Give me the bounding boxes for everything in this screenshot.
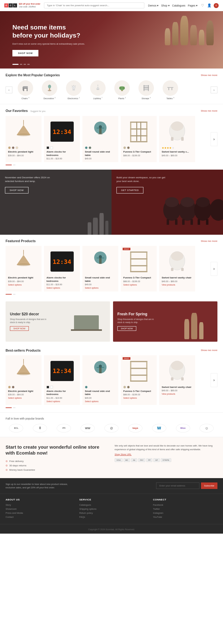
footer-link-press[interactable]: Press and Media <box>6 512 70 514</box>
hero-cta-button[interactable]: SHOP NOW <box>12 50 38 56</box>
mini-promo-dark-cta[interactable]: SHOP NOW <box>117 326 136 331</box>
bs-chair-action[interactable]: View products <box>162 393 193 395</box>
bs-clock-action[interactable]: Select options <box>46 400 77 402</box>
svg-rect-1 <box>23 86 28 88</box>
user-icon[interactable]: 👤 <box>207 3 212 8</box>
nav-shop[interactable]: Shop ▾ <box>161 4 169 7</box>
promo-wine-cta[interactable]: GET STARTED <box>116 187 143 193</box>
category-item-lighting[interactable]: Lighting 7 <box>87 80 109 100</box>
logo[interactable]: E C L <box>4 3 17 7</box>
featured-clock-action[interactable]: Select options <box>46 287 77 289</box>
brand-logo-woo[interactable]: Woo <box>176 424 190 433</box>
search-input[interactable] <box>44 2 144 8</box>
footer-link-facebook[interactable]: Facebook <box>153 504 217 506</box>
bs-scroll-arrow[interactable]: › <box>211 373 217 387</box>
bs-sidetable-action[interactable]: Select options <box>85 400 116 402</box>
bestsellers-show-more[interactable]: Show me more <box>201 349 217 352</box>
nav-pages[interactable]: Pages ▾ <box>188 4 198 7</box>
svg-rect-26 <box>167 87 173 88</box>
footer-col-about: ABOUT US Story Showroom Press and Media … <box>6 498 70 520</box>
footer-link-instagram[interactable]: Instagram <box>153 512 217 514</box>
brand-logo-1[interactable]: ECL <box>9 424 23 433</box>
featured-chair-action[interactable]: View products <box>162 284 193 286</box>
hero-vases-decoration <box>165 16 214 45</box>
cta-link[interactable]: Shop Store URL <box>115 453 217 456</box>
header-icons: ♡ 👤 0 <box>200 3 219 8</box>
bs-clock: 12:34 Alarm clocks for bedrooms $11.00 –… <box>44 355 80 405</box>
category-item-tables[interactable]: Tables 6 <box>159 80 181 100</box>
footer-link-catalogues[interactable]: Catalogues <box>79 504 144 506</box>
cta-feature-delivery: ⊙ Free delivery <box>6 460 108 463</box>
cta-right-text: We only sell objects that we love and wo… <box>115 444 217 451</box>
svg-rect-14 <box>98 85 98 86</box>
category-item-chairs[interactable]: Chairs 9 <box>14 80 37 100</box>
favorites-show-more[interactable]: Show me more <box>201 109 217 112</box>
mini-promo-light-cta[interactable]: SHOP NOW <box>10 326 29 331</box>
shelf-name: Funnno 3-Tier Compact <box>123 150 154 153</box>
featured-sidetable: Small round side end table $49.00 Select… <box>82 246 118 291</box>
wishlist-icon[interactable]: ♡ <box>200 3 205 8</box>
footer-link-faqs[interactable]: FAQs <box>79 516 144 518</box>
svg-rect-67 <box>99 258 102 264</box>
newsletter-input[interactable] <box>156 482 199 489</box>
footer-link-return[interactable]: Return policy <box>79 512 144 514</box>
featured-sidetable-action[interactable]: Select options <box>85 287 116 289</box>
brand-logo-5[interactable]: ⊘ <box>104 424 119 433</box>
categories-next-arrow[interactable]: › <box>211 87 217 93</box>
footer-col-service: SERVICE Catalogues Shipping options Retu… <box>79 498 144 520</box>
svg-point-31 <box>17 134 30 136</box>
bs-lamp-price: $39.00 – $64.00 <box>8 393 39 396</box>
category-item-decoration[interactable]: Decoration 5 <box>38 80 61 100</box>
svg-point-76 <box>171 251 183 261</box>
bs-shelf-action[interactable]: Select options <box>123 397 154 399</box>
brand-logo-4[interactable]: WW <box>81 424 95 433</box>
svg-point-50 <box>165 197 179 207</box>
featured-shelf-action[interactable]: Select options <box>123 284 154 286</box>
newsletter-subscribe-button[interactable]: Subscribe <box>201 482 217 489</box>
brand-logo-3[interactable]: ITI <box>57 424 71 433</box>
featured-lamp-action[interactable]: Select options <box>8 284 39 286</box>
mini-promo-dark-content: Fresh For Spring Shop thousands of desig… <box>113 308 162 335</box>
svg-rect-47 <box>171 137 173 141</box>
footer-link-youtube[interactable]: YouTube <box>153 516 217 518</box>
storage-icon <box>142 84 151 92</box>
cta-left: Start to create your wonderful online st… <box>6 444 108 471</box>
svg-rect-93 <box>130 380 147 382</box>
favorites-scroll-arrow[interactable]: › <box>211 132 217 146</box>
lighting-icon-wrap <box>90 80 106 96</box>
cart-icon[interactable]: 0 <box>214 3 219 8</box>
featured-scroll-arrow[interactable]: › <box>211 262 217 276</box>
categories-show-more[interactable]: Show me more <box>201 74 217 77</box>
chairs-label: Chairs 9 <box>21 97 29 100</box>
svg-rect-78 <box>181 268 184 271</box>
category-item-electronics[interactable]: Electronics 2 <box>63 80 85 100</box>
category-item-plants[interactable]: Plants 3 <box>111 80 133 100</box>
promo-dark-cta[interactable]: SHOP NOW <box>5 187 28 193</box>
bs-sidetable-price: $49.00 <box>85 397 116 399</box>
brand-logo-9[interactable]: ☺ <box>199 424 214 433</box>
footer-link-story[interactable]: Story <box>6 504 70 506</box>
nav-demos[interactable]: Demos ▾ <box>148 4 159 7</box>
logo-c: C <box>9 3 13 7</box>
category-item-storage[interactable]: Storage 4 <box>135 80 157 100</box>
search-bar[interactable] <box>44 2 144 8</box>
footer-link-showroom[interactable]: Showroom <box>6 508 70 510</box>
plants-icon <box>118 84 126 92</box>
electronics-icon-wrap <box>66 80 81 96</box>
bs-lamp-action[interactable]: Select options <box>8 397 39 399</box>
featured-show-more[interactable]: Show me more <box>201 240 217 242</box>
footer-link-shipping[interactable]: Shipping options <box>79 508 144 510</box>
svg-point-35 <box>99 125 102 128</box>
svg-rect-80 <box>71 329 102 331</box>
brand-logo-2[interactable]: II <box>33 424 47 433</box>
categories-prev-arrow[interactable]: ‹ <box>6 87 12 93</box>
footer-link-twitter[interactable]: Twitter <box>153 508 217 510</box>
svg-rect-60 <box>206 219 208 225</box>
promo-banner-dark: November and December offers 2024 on sel… <box>0 170 112 235</box>
brand-logo-wp[interactable]: 𝗪 <box>152 424 166 433</box>
decoration-icon-wrap <box>42 80 57 96</box>
brand-logo-baya[interactable]: baya <box>128 424 142 433</box>
svg-point-46 <box>171 122 183 131</box>
nav-catalogues[interactable]: Catalogues <box>172 4 186 7</box>
footer-link-contact[interactable]: Contact <box>6 516 70 518</box>
